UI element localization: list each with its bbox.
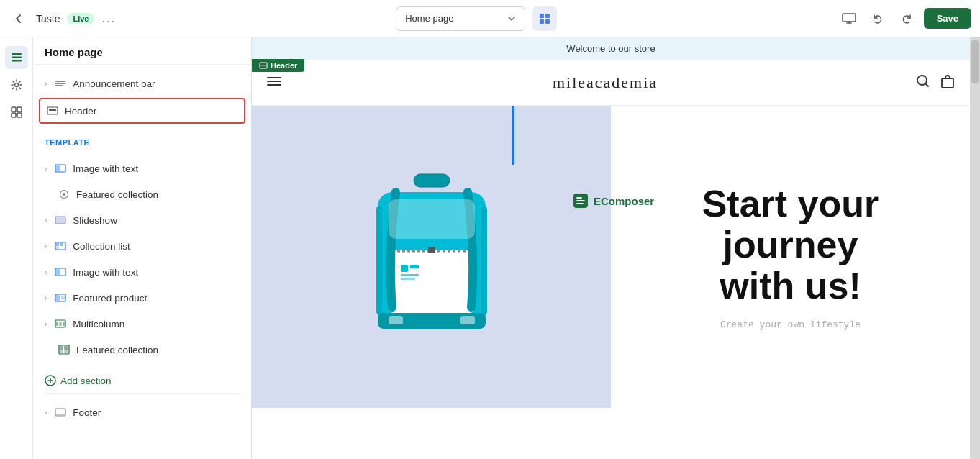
page-title: Home page	[33, 37, 251, 65]
image-with-text-1-label: Image with text	[73, 163, 138, 174]
customize-button[interactable]	[532, 6, 557, 31]
header-badge: Header	[252, 59, 304, 72]
ecomposer-label: EComposer	[594, 195, 654, 207]
announcement-text: Welcome to our store	[566, 43, 655, 54]
sidebar-item-featured-product[interactable]: › Featured product	[33, 285, 251, 311]
live-badge: Live	[67, 13, 94, 24]
hero-subtitle: Create your own lifestyle	[720, 319, 861, 330]
svg-rect-27	[56, 247, 59, 249]
svg-rect-4	[843, 14, 856, 22]
svg-rect-25	[56, 243, 59, 246]
sidebar-item-announcement-bar[interactable]: › Announcement bar	[33, 71, 251, 96]
sidebar-item-collection-list[interactable]: › Collection list	[33, 233, 251, 259]
svg-rect-35	[56, 322, 58, 326]
svg-rect-47	[260, 65, 266, 65]
sidebar-item-image-with-text-2[interactable]: › Image with text	[33, 259, 251, 285]
multicolumn-icon	[54, 317, 67, 330]
back-button[interactable]	[9, 9, 29, 29]
svg-rect-57	[481, 206, 487, 314]
scrollbar[interactable]	[970, 37, 980, 459]
template-sections: › Image with text	[33, 150, 251, 368]
add-section-button[interactable]: Add section	[33, 368, 251, 393]
sidebar-item-header[interactable]: Header	[39, 98, 245, 124]
scrollbar-thumb[interactable]	[971, 40, 979, 83]
svg-rect-61	[410, 265, 419, 268]
more-button[interactable]: ...	[101, 12, 115, 25]
featured-collection-2-icon	[58, 343, 71, 356]
canvas-scroll: Welcome to our store Header	[252, 37, 980, 459]
page-selector-label: Home page	[405, 13, 453, 24]
sidebar-item-footer[interactable]: › Footer	[33, 399, 251, 425]
featured-product-label: Featured product	[73, 293, 147, 304]
multicolumn-label: Multicolumn	[73, 319, 124, 330]
header-right-icons	[915, 73, 956, 92]
app-name: Taste	[36, 13, 60, 24]
svg-rect-42	[64, 350, 68, 353]
sidebar-item-featured-collection-2[interactable]: Featured collection	[33, 337, 251, 363]
sidebar-section-list: Home page › Announcement bar	[33, 37, 251, 459]
svg-rect-29	[56, 269, 60, 275]
header-preview[interactable]: Header mileacademia	[252, 60, 970, 106]
svg-rect-17	[49, 109, 56, 111]
sidebar-inner: Home page › Announcement bar	[0, 37, 251, 459]
announcement-bar-label: Announcement bar	[73, 78, 155, 89]
hero-section-preview: EComposer	[252, 106, 970, 408]
top-sections: › Announcement bar	[33, 65, 251, 131]
sidebar-settings-icon[interactable]	[5, 73, 28, 96]
backpack-image	[353, 149, 511, 365]
sidebar-item-slideshow[interactable]: › Slideshow	[33, 207, 251, 233]
svg-rect-2	[540, 19, 544, 24]
footer-sections: › Footer	[33, 394, 251, 431]
slideshow-icon	[54, 214, 67, 227]
svg-rect-59	[397, 260, 422, 286]
svg-rect-49	[942, 78, 953, 88]
svg-rect-39	[60, 346, 63, 350]
svg-rect-37	[63, 322, 65, 326]
sidebar-layers-icon[interactable]	[5, 46, 28, 69]
undo-button[interactable]	[866, 7, 889, 30]
toolbar-right: Save	[838, 7, 971, 30]
svg-rect-6	[12, 57, 22, 59]
svg-rect-7	[12, 60, 22, 62]
svg-rect-54	[428, 247, 435, 253]
redo-button[interactable]	[895, 7, 918, 30]
bag-icon[interactable]	[940, 73, 956, 92]
save-button[interactable]: Save	[924, 8, 971, 29]
svg-rect-1	[545, 14, 550, 18]
page-selector[interactable]: Home page	[396, 6, 525, 31]
svg-rect-62	[401, 274, 419, 276]
svg-rect-66	[460, 316, 475, 324]
svg-rect-14	[55, 83, 65, 84]
sidebar-item-featured-collection-1[interactable]: Featured collection	[33, 181, 251, 207]
header-logo: mileacademia	[295, 73, 915, 92]
sidebar-apps-icon[interactable]	[5, 101, 28, 124]
expand-icon: ›	[45, 320, 47, 328]
collection-list-icon	[54, 240, 67, 253]
desktop-view-button[interactable]	[838, 7, 861, 30]
sidebar-item-multicolumn[interactable]: › Multicolumn	[33, 311, 251, 337]
canvas-area: Welcome to our store Header	[252, 37, 980, 459]
sidebar-item-image-with-text-1[interactable]: › Image with text	[33, 155, 251, 181]
svg-rect-5	[12, 53, 22, 55]
header-hamburger[interactable]	[266, 76, 295, 90]
announcement-bar-preview: Welcome to our store	[252, 37, 970, 60]
svg-point-21	[63, 193, 65, 196]
expand-icon: ›	[45, 268, 47, 276]
featured-collection-icon	[58, 188, 71, 201]
sidebar-icon-strip	[0, 37, 33, 459]
search-icon[interactable]	[915, 73, 931, 92]
image-with-text-icon	[54, 162, 67, 175]
expand-arrow-icon: ›	[45, 80, 47, 88]
image-with-text-2-label: Image with text	[73, 267, 138, 278]
hero-title: Start your journey with us!	[702, 183, 879, 307]
svg-rect-22	[55, 217, 65, 224]
svg-rect-13	[55, 81, 65, 82]
featured-product-icon	[54, 291, 67, 304]
svg-rect-15	[55, 85, 63, 86]
sidebar: Home page › Announcement bar	[0, 37, 252, 459]
svg-rect-10	[17, 107, 22, 112]
expand-icon: ›	[45, 165, 47, 173]
hero-image-panel: EComposer	[252, 106, 611, 408]
svg-rect-58	[389, 199, 475, 239]
svg-rect-56	[376, 206, 382, 314]
